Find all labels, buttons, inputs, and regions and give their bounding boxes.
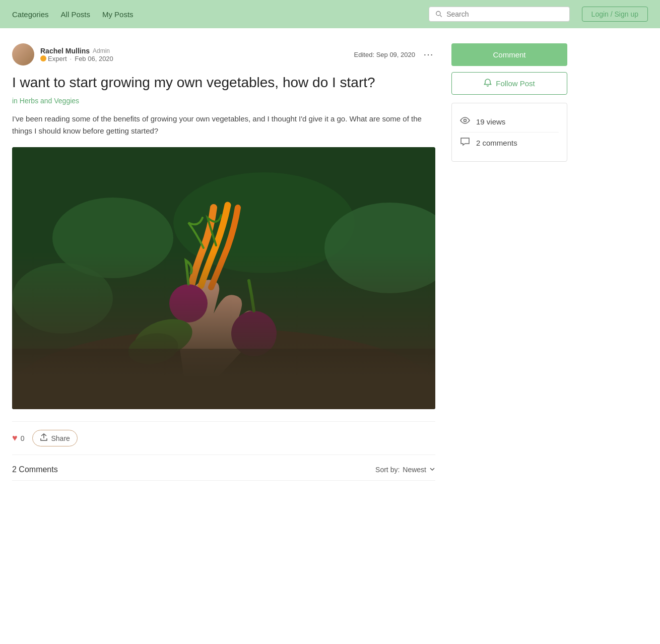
expert-dot-icon <box>40 55 46 61</box>
post-image <box>12 147 435 409</box>
more-icon: ⋯ <box>423 48 433 60</box>
sidebar: Comment Follow Post 19 views <box>451 43 567 481</box>
share-label: Share <box>51 434 70 442</box>
expert-badge: Expert <box>40 55 67 62</box>
search-box[interactable] <box>429 7 570 22</box>
follow-post-button[interactable]: Follow Post <box>451 72 567 95</box>
comments-count: 2 Comments <box>12 465 58 474</box>
author-meta: Rachel Mullins Admin Expert · Feb 06, 20… <box>40 47 113 62</box>
author-name: Rachel Mullins <box>40 47 90 55</box>
nav-categories[interactable]: Categories <box>12 10 49 19</box>
share-button[interactable]: Share <box>32 430 77 446</box>
svg-point-9 <box>231 311 277 356</box>
post-body: I've been reading some of the benefits o… <box>12 113 435 137</box>
login-button[interactable]: Login / Sign up <box>582 7 648 22</box>
actions-row: ♥ 0 Share <box>12 421 435 455</box>
svg-line-1 <box>440 15 441 17</box>
edited-text: Edited: Sep 09, 2020 <box>354 51 415 58</box>
main-layout: Rachel Mullins Admin Expert · Feb 06, 20… <box>0 28 660 496</box>
svg-point-0 <box>436 12 440 16</box>
avatar <box>12 43 34 66</box>
nav-all-posts[interactable]: All Posts <box>61 10 90 19</box>
views-count: 19 views <box>476 117 505 126</box>
search-icon <box>435 10 443 18</box>
like-button[interactable]: ♥ 0 <box>12 433 24 443</box>
post-title: I want to start growing my own vegetable… <box>12 74 435 92</box>
sort-label: Sort by: <box>375 466 400 474</box>
comment-icon <box>460 137 470 149</box>
nav-my-posts[interactable]: My Posts <box>102 10 134 19</box>
sort-value: Newest <box>403 466 426 474</box>
like-count: 0 <box>21 434 25 442</box>
post-category[interactable]: in Herbs and Veggies <box>12 97 435 105</box>
more-options-button[interactable]: ⋯ <box>421 48 435 60</box>
comments-divider <box>12 480 435 481</box>
comments-stat: 2 comments <box>460 133 559 153</box>
comments-count-stat: 2 comments <box>476 139 517 147</box>
post-content: Rachel Mullins Admin Expert · Feb 06, 20… <box>12 43 435 481</box>
comments-header: 2 Comments Sort by: Newest <box>12 465 435 474</box>
post-image-svg <box>12 147 435 409</box>
separator: · <box>70 55 72 62</box>
svg-point-8 <box>169 284 208 323</box>
svg-point-10 <box>129 312 198 366</box>
svg-point-6 <box>12 263 113 334</box>
stats-box: 19 views 2 comments <box>451 103 567 162</box>
svg-point-14 <box>464 119 467 122</box>
bell-icon <box>484 79 492 88</box>
main-nav: Categories All Posts My Posts <box>12 10 417 19</box>
author-info: Rachel Mullins Admin Expert · Feb 06, 20… <box>12 43 113 66</box>
eye-icon <box>460 115 470 128</box>
sort-row[interactable]: Sort by: Newest <box>375 466 435 474</box>
share-icon <box>40 433 48 443</box>
expert-label: Expert <box>48 55 67 62</box>
views-stat: 19 views <box>460 111 559 133</box>
chevron-down-icon <box>429 466 435 474</box>
edited-row: Edited: Sep 09, 2020 ⋯ <box>354 48 435 60</box>
heart-icon: ♥ <box>12 433 18 443</box>
admin-badge: Admin <box>93 47 110 54</box>
comment-button[interactable]: Comment <box>451 43 567 66</box>
author-row: Rachel Mullins Admin Expert · Feb 06, 20… <box>12 43 435 66</box>
svg-point-7 <box>12 329 435 409</box>
site-header: Categories All Posts My Posts Login / Si… <box>0 0 660 28</box>
post-date: Feb 06, 2020 <box>75 55 113 62</box>
search-input[interactable] <box>446 10 563 18</box>
svg-point-3 <box>52 198 173 278</box>
svg-rect-12 <box>12 349 435 409</box>
svg-point-11 <box>126 330 181 368</box>
follow-post-label: Follow Post <box>496 79 535 88</box>
